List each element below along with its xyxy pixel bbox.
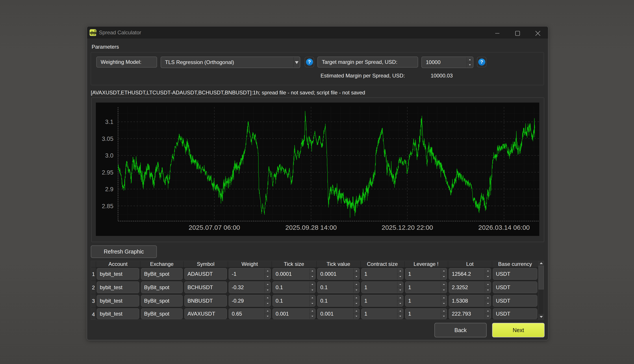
svg-text:2025.09.28 14:00: 2025.09.28 14:00 — [285, 224, 337, 231]
svg-text:2.95: 2.95 — [102, 169, 113, 176]
svg-text:3.05: 3.05 — [102, 136, 113, 142]
svg-text:3.1: 3.1 — [105, 118, 113, 125]
svg-text:2026.03.14 06:00: 2026.03.14 06:00 — [478, 224, 530, 231]
svg-text:2025.12.20 22:00: 2025.12.20 22:00 — [382, 224, 433, 231]
svg-text:2.85: 2.85 — [102, 203, 113, 210]
svg-text:2.9: 2.9 — [105, 186, 113, 192]
svg-text:2025.07.07 06:00: 2025.07.07 06:00 — [189, 224, 240, 231]
svg-text:3.0: 3.0 — [105, 152, 113, 159]
